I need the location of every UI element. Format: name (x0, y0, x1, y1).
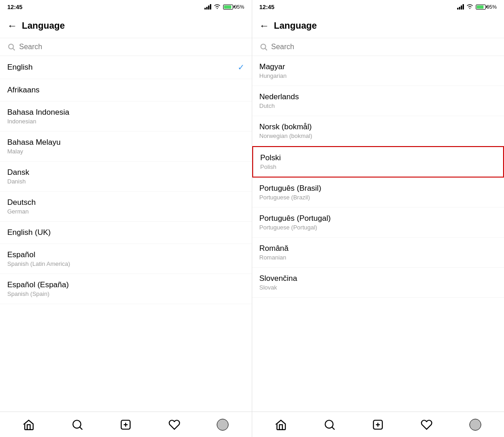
left-lang-item-dansk[interactable]: Dansk Danish (0, 162, 252, 192)
right-search-bar[interactable] (252, 38, 504, 56)
right-nav-heart[interactable] (417, 415, 437, 435)
right-status-bar: 12:45 95% (252, 0, 504, 14)
right-home-icon (275, 419, 287, 431)
right-nav-home[interactable] (271, 415, 291, 435)
right-back-button[interactable]: ← (260, 20, 270, 32)
svg-point-0 (9, 44, 14, 49)
right-top-bar: ← Language (252, 14, 504, 38)
right-battery-icon: 95% (476, 4, 497, 10)
left-lang-item-deutsch[interactable]: Deutsch German (0, 192, 252, 222)
right-status-icons: 95% (457, 4, 497, 10)
left-home-icon (23, 419, 35, 431)
left-search-icon (7, 43, 15, 51)
left-lang-item-english[interactable]: English ✓ (0, 56, 252, 79)
right-search-nav-icon (324, 419, 336, 431)
left-lang-item-bahasa-melayu[interactable]: Bahasa Melayu Malay (0, 132, 252, 162)
right-lang-item-romana[interactable]: Română Romanian (252, 238, 504, 268)
right-panel: 12:45 95% ← Language (252, 0, 504, 437)
right-lang-item-norsk[interactable]: Norsk (bokmål) Norwegian (bokmal) (252, 116, 504, 146)
left-lang-item-espanol[interactable]: Español Spanish (Latin America) (0, 244, 252, 274)
right-lang-item-slovencina[interactable]: Slovenčina Slovak (252, 268, 504, 298)
right-lang-item-polski[interactable]: Polski Polish (252, 146, 504, 178)
svg-line-1 (13, 48, 15, 50)
left-nav-home[interactable] (19, 415, 39, 435)
left-language-list: English ✓ Afrikaans Bahasa Indonesia Ind… (0, 56, 252, 412)
svg-line-3 (80, 427, 82, 429)
right-nav-search[interactable] (320, 415, 340, 435)
left-lang-item-espanol-espana[interactable]: Español (España) Spanish (Spain) (0, 274, 252, 304)
right-search-input[interactable] (271, 43, 497, 51)
right-search-icon (260, 43, 268, 51)
left-top-bar: ← Language (0, 14, 252, 38)
svg-point-2 (73, 420, 81, 428)
left-lang-item-bahasa-indonesia[interactable]: Bahasa Indonesia Indonesian (0, 102, 252, 132)
left-signal-icon (204, 4, 211, 10)
left-bottom-nav (0, 412, 252, 437)
left-panel: 12:45 95% ← Language (0, 0, 252, 437)
right-wifi-icon (466, 4, 473, 10)
right-lang-item-nederlands[interactable]: Nederlands Dutch (252, 86, 504, 116)
left-time: 12:45 (7, 4, 22, 10)
right-nav-profile[interactable] (465, 415, 485, 435)
left-lang-item-english-uk[interactable]: English (UK) (0, 222, 252, 244)
right-page-title: Language (274, 20, 317, 31)
left-status-icons: 95% (204, 4, 244, 10)
left-search-bar[interactable] (0, 38, 252, 56)
left-status-bar: 12:45 95% (0, 0, 252, 14)
svg-line-10 (332, 427, 334, 429)
left-check-icon: ✓ (238, 62, 244, 72)
right-battery-pct: 95% (487, 4, 497, 10)
right-time: 12:45 (260, 4, 275, 10)
left-nav-profile[interactable] (213, 415, 233, 435)
left-page-title: Language (22, 20, 65, 31)
left-avatar (217, 419, 229, 431)
right-lang-item-portugues-portugal[interactable]: Português (Portugal) Portuguese (Portuga… (252, 208, 504, 238)
left-add-icon (120, 419, 132, 431)
left-nav-add[interactable] (116, 415, 136, 435)
left-battery-icon: 95% (223, 4, 244, 10)
right-heart-icon (421, 419, 433, 431)
left-search-nav-icon (71, 419, 83, 431)
right-lang-item-magyar[interactable]: Magyar Hungarian (252, 56, 504, 86)
left-nav-heart[interactable] (164, 415, 184, 435)
left-nav-search[interactable] (67, 415, 87, 435)
right-lang-item-portugues-brasil[interactable]: Português (Brasil) Portuguese (Brazil) (252, 178, 504, 208)
right-bottom-nav (252, 412, 504, 437)
right-nav-add[interactable] (368, 415, 388, 435)
left-back-button[interactable]: ← (7, 20, 17, 32)
left-battery-pct: 95% (234, 4, 244, 10)
left-heart-icon (168, 419, 180, 431)
right-language-list: Magyar Hungarian Nederlands Dutch Norsk … (252, 56, 504, 412)
svg-point-9 (325, 420, 333, 428)
svg-line-8 (265, 48, 267, 50)
right-add-icon (372, 419, 384, 431)
right-avatar (469, 419, 481, 431)
right-signal-icon (457, 4, 464, 10)
left-lang-item-afrikaans[interactable]: Afrikaans (0, 79, 252, 102)
svg-point-7 (261, 44, 266, 49)
left-search-input[interactable] (19, 43, 244, 51)
left-wifi-icon (214, 4, 221, 10)
